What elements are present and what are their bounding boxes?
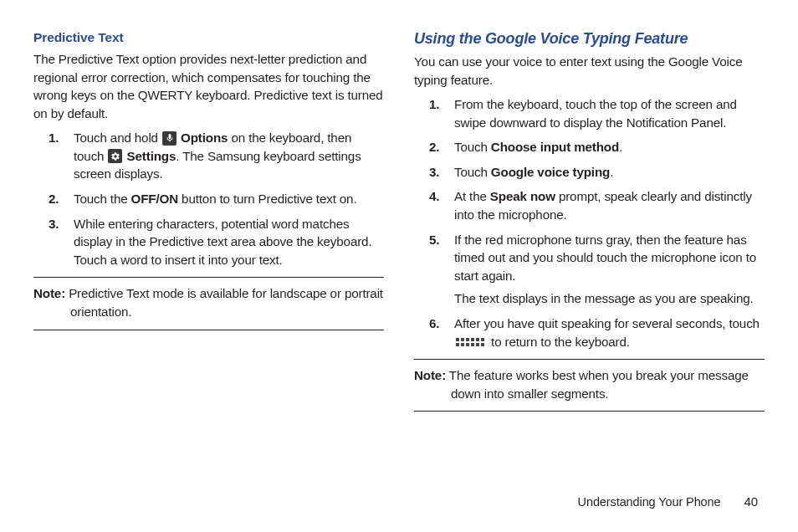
step-text: If the red microphone turns gray, then t… (454, 233, 756, 283)
step-text: to return to the keyboard. (488, 335, 630, 349)
note-label: Note: (414, 368, 446, 382)
step-item: Touch Google voice typing. (414, 163, 765, 182)
step-text: Touch (454, 140, 491, 154)
step-text: . (619, 140, 622, 154)
note-label: Note: (33, 286, 65, 300)
microphone-icon (162, 131, 176, 146)
steps-list: From the keyboard, touch the top of the … (414, 95, 765, 350)
steps-list: Touch and hold Options on the keyboard, … (33, 129, 384, 269)
step-text: At the (454, 189, 490, 203)
footer-section: Understanding Your Phone (578, 495, 721, 509)
svg-rect-3 (471, 338, 474, 341)
note-body: Predictive Text mode is available for la… (65, 286, 383, 319)
gear-icon (108, 149, 122, 163)
left-column: Predictive Text The Predictive Text opti… (33, 30, 384, 412)
svg-rect-11 (481, 343, 484, 346)
page-footer: Understanding Your Phone 40 (578, 494, 758, 509)
note-text: Note: The feature works best when you br… (414, 366, 765, 402)
step-item: If the red microphone turns gray, then t… (414, 231, 765, 308)
svg-rect-0 (456, 338, 459, 341)
right-column: Using the Google Voice Typing Feature Yo… (414, 30, 765, 412)
note-block: Note: Predictive Text mode is available … (33, 277, 384, 330)
footer-page-number: 40 (744, 494, 759, 509)
svg-rect-9 (471, 343, 474, 346)
step-bold: OFF/ON (131, 192, 178, 206)
step-item: From the keyboard, touch the top of the … (414, 95, 765, 131)
note-text: Note: Predictive Text mode is available … (33, 284, 384, 320)
step-text: After you have quit speaking for several… (454, 316, 760, 330)
step-item: After you have quit speaking for several… (414, 315, 765, 350)
note-block: Note: The feature works best when you br… (414, 359, 765, 412)
step-text: Touch and hold (74, 130, 161, 145)
step-text: Touch (454, 165, 491, 179)
step-text-continued: The text displays in the message as you … (454, 289, 765, 308)
step-item: While entering characters, potential wor… (33, 215, 384, 269)
note-body: The feature works best when you break yo… (446, 368, 749, 401)
intro-paragraph: You can use your voice to enter text usi… (414, 53, 765, 89)
step-item: At the Speak now prompt, speak clearly a… (414, 187, 765, 223)
step-item: Touch the OFF/ON button to turn Predicti… (33, 190, 384, 208)
svg-rect-1 (461, 338, 464, 341)
svg-rect-10 (476, 343, 479, 346)
step-item: Touch and hold Options on the keyboard, … (33, 129, 384, 183)
intro-paragraph: The Predictive Text option provides next… (33, 50, 384, 122)
svg-rect-5 (481, 338, 484, 341)
keyboard-icon (456, 336, 486, 348)
step-bold: Choose input method (491, 140, 619, 154)
step-bold: Settings (127, 149, 176, 163)
step-bold: Google voice typing (491, 165, 610, 179)
step-text: . (610, 165, 613, 179)
step-text: Touch the (74, 192, 131, 206)
step-text: From the keyboard, touch the top of the … (454, 97, 737, 130)
step-bold: Speak now (490, 189, 555, 203)
heading-predictive-text: Predictive Text (33, 30, 384, 45)
svg-rect-2 (466, 338, 469, 341)
step-text: While entering characters, potential wor… (74, 217, 371, 267)
step-item: Touch Choose input method. (414, 138, 765, 156)
svg-rect-8 (466, 343, 469, 346)
page-content: Predictive Text The Predictive Text opti… (0, 0, 798, 412)
step-bold: Options (181, 130, 228, 145)
svg-rect-6 (456, 343, 459, 346)
svg-rect-7 (461, 343, 464, 346)
step-text: button to turn Predictive text on. (178, 192, 356, 206)
heading-google-voice: Using the Google Voice Typing Feature (414, 30, 765, 48)
svg-rect-4 (476, 338, 479, 341)
